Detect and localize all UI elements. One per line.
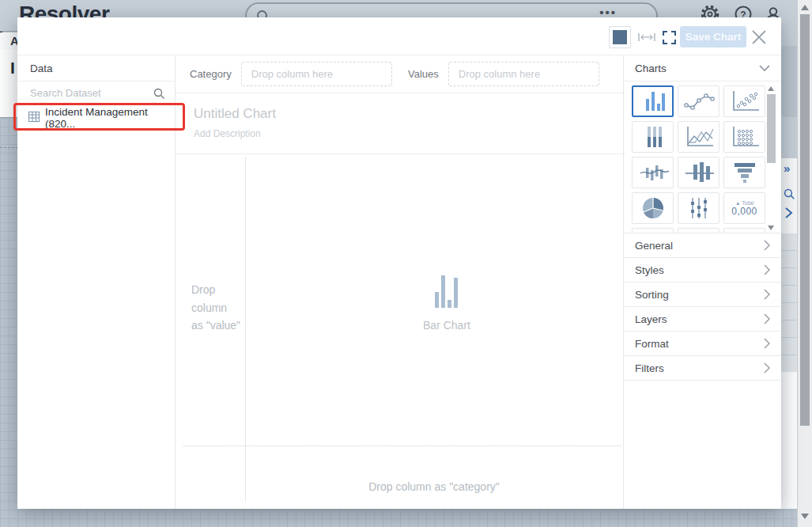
drop-zones-row: Category Drop column here Values Drop co…	[176, 55, 623, 93]
chevron-right-icon	[764, 313, 770, 324]
chart-type-name: Bar Chart	[368, 319, 526, 332]
value-axis-dotted-line	[245, 157, 246, 501]
scrollbar-thumb[interactable]	[800, 14, 810, 426]
width-resize-icon	[638, 32, 655, 42]
page-scrollbar[interactable]	[797, 0, 812, 527]
dataset-name: Incident Management (820...	[45, 106, 175, 130]
chevron-right-icon[interactable]	[784, 207, 793, 222]
color-swatch-icon	[613, 30, 627, 44]
chart-tile-funnel-chart[interactable]	[723, 157, 765, 188]
chevron-right-icon	[764, 289, 770, 300]
chart-description-input[interactable]: Add Description	[194, 128, 623, 139]
chart-tile-kpi-number[interactable]: ▲ Total 0,000	[723, 192, 765, 224]
value-axis-drop-hint: Drop column as "value"	[191, 281, 247, 335]
category-label: Category	[190, 68, 232, 80]
chart-tile-hidden[interactable]	[632, 228, 674, 233]
chart-title-input[interactable]: Untitled Chart	[194, 106, 623, 122]
chart-type-placeholder: Bar Chart	[368, 275, 526, 332]
color-swatch-button[interactable]	[609, 26, 631, 48]
scroll-down-arrow[interactable]	[801, 514, 809, 519]
section-styles[interactable]: Styles	[624, 258, 781, 282]
kpi-value: 0,000	[731, 206, 757, 217]
fullscreen-icon	[663, 31, 676, 44]
sidebar-search-icon[interactable]	[784, 188, 795, 203]
chevron-right-icon	[764, 362, 770, 373]
data-panel: Data Incident Management (820...	[17, 55, 176, 509]
scrollbar-thumb[interactable]	[767, 94, 776, 163]
chart-tile-hidden[interactable]	[723, 228, 765, 233]
page-title-fragment: I	[10, 59, 15, 78]
background-table-rows	[781, 233, 797, 372]
charts-panel: Charts	[623, 55, 781, 509]
category-axis-dotted-line	[183, 445, 621, 446]
fullscreen-button[interactable]	[658, 26, 680, 48]
scroll-down-arrow[interactable]	[768, 226, 774, 230]
chart-tile-dot-column-chart[interactable]	[723, 121, 765, 153]
chart-builder-area: Category Drop column here Values Drop co…	[176, 55, 623, 509]
chart-tile-gradient-column-chart[interactable]	[632, 121, 674, 153]
chart-tile-box-plot-chart[interactable]	[678, 192, 719, 224]
chart-tile-scatter-plot[interactable]	[723, 85, 765, 117]
values-drop-zone[interactable]: Drop column here	[448, 62, 599, 86]
dataset-search-row	[17, 82, 175, 105]
close-icon[interactable]	[750, 28, 769, 47]
save-chart-button[interactable]: Save Chart	[680, 26, 746, 47]
scroll-up-arrow[interactable]	[768, 86, 774, 91]
section-layers[interactable]: Layers	[624, 307, 781, 332]
bar-chart-icon	[435, 275, 459, 308]
section-format[interactable]: Format	[624, 332, 781, 356]
charts-panel-header[interactable]: Charts	[624, 55, 781, 82]
chevron-down-icon	[759, 65, 770, 71]
chevron-right-icon	[764, 338, 770, 349]
chart-title-block: Untitled Chart Add Description	[176, 93, 623, 154]
chart-tile-bar-line-combo-chart[interactable]	[632, 157, 674, 188]
right-sidebar-strip	[781, 17, 797, 158]
chevron-right-icon	[764, 240, 770, 251]
modal-header: Save Chart	[17, 17, 781, 55]
chart-type-grid: ▲ Total 0,000	[624, 82, 781, 233]
chart-preview-area: Drop column as "value" Bar Chart Drop co…	[176, 154, 623, 508]
chart-tile-bar-chart[interactable]	[632, 85, 674, 117]
chart-tile-candlestick-chart[interactable]	[678, 157, 719, 188]
category-axis-drop-hint: Drop column as "category"	[245, 480, 623, 493]
double-chevron-right-icon[interactable]: »	[784, 161, 790, 175]
section-filters[interactable]: Filters	[624, 356, 781, 381]
background-panel	[781, 372, 797, 509]
kpi-up-arrow-icon: ▲	[735, 200, 741, 206]
chart-tile-hidden[interactable]	[678, 228, 719, 233]
category-drop-zone[interactable]: Drop column here	[241, 62, 392, 86]
data-panel-title: Data	[17, 55, 175, 82]
table-grid-icon	[28, 112, 40, 124]
section-general[interactable]: General	[624, 233, 781, 258]
chart-builder-modal: Save Chart Data Incident Management (820…	[17, 17, 781, 509]
chart-tile-multi-line-chart[interactable]	[678, 121, 719, 153]
scroll-up-arrow[interactable]	[801, 5, 809, 10]
values-label: Values	[408, 68, 439, 80]
chart-tile-line-chart[interactable]	[678, 85, 719, 117]
chart-tile-pie-chart[interactable]	[632, 192, 674, 224]
charts-panel-title: Charts	[635, 63, 667, 74]
right-sidebar-icons: »	[781, 158, 797, 233]
width-resize-button[interactable]	[636, 26, 658, 48]
search-icon	[153, 88, 165, 103]
chart-grid-scrollbar[interactable]	[766, 83, 777, 231]
dataset-item-incident-management[interactable]: Incident Management (820...	[17, 105, 175, 130]
chevron-right-icon	[764, 264, 770, 275]
section-sorting[interactable]: Sorting	[624, 282, 781, 307]
search-dataset-input[interactable]	[17, 82, 144, 104]
screenshot-frame: Resolver ••• ? A I »	[0, 0, 812, 527]
